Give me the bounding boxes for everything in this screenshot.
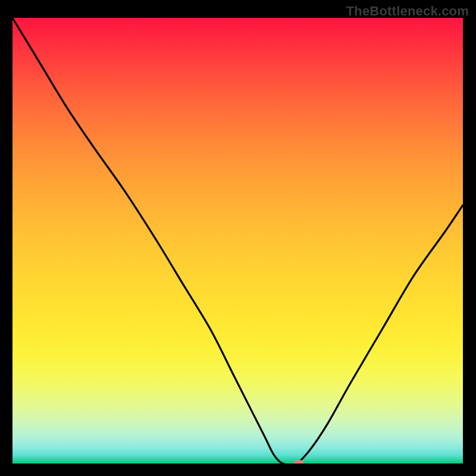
optimal-point-marker bbox=[293, 460, 304, 464]
curve-layer bbox=[12, 18, 463, 464]
chart-frame: TheBottleneck.com bbox=[0, 0, 476, 476]
bottleneck-curve-path bbox=[12, 18, 463, 464]
plot-area bbox=[12, 18, 463, 464]
watermark-text: TheBottleneck.com bbox=[346, 4, 469, 19]
